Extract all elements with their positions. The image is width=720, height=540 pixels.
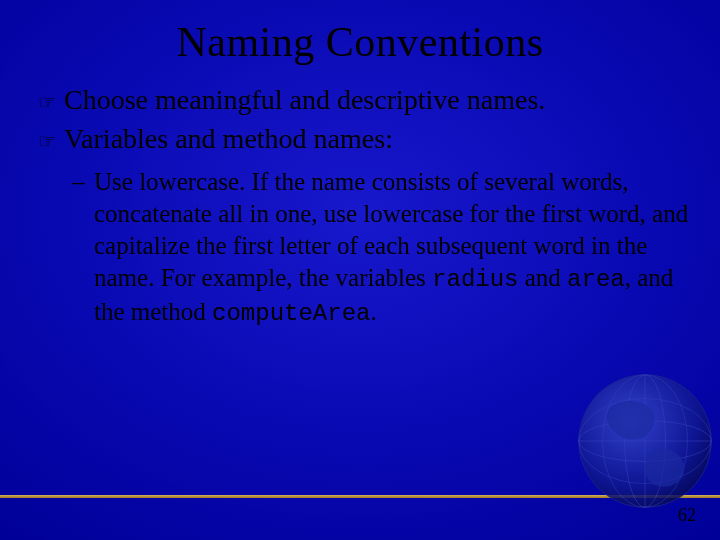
- dash-icon: –: [72, 166, 94, 198]
- code-text: radius: [432, 266, 518, 293]
- pointing-hand-icon: ☞: [38, 90, 64, 115]
- slide-title: Naming Conventions: [0, 0, 720, 78]
- page-number: 62: [678, 505, 696, 526]
- bullet-item: ☞ Variables and method names:: [38, 121, 692, 156]
- code-text: computeArea: [212, 300, 370, 327]
- pointing-hand-icon: ☞: [38, 129, 64, 154]
- slide: Naming Conventions ☞ Choose meaningful a…: [0, 0, 720, 540]
- bullet-text: Choose meaningful and descriptive names.: [64, 82, 545, 117]
- slide-body: ☞ Choose meaningful and descriptive name…: [0, 82, 720, 329]
- sub-bullet: –Use lowercase. If the name consists of …: [94, 166, 692, 329]
- bullet-item: ☞ Choose meaningful and descriptive name…: [38, 82, 692, 117]
- sub-text: and: [519, 264, 568, 291]
- bullet-text: Variables and method names:: [64, 121, 393, 156]
- sub-text: .: [370, 298, 376, 325]
- code-text: area: [567, 266, 625, 293]
- globe-icon: [560, 356, 720, 526]
